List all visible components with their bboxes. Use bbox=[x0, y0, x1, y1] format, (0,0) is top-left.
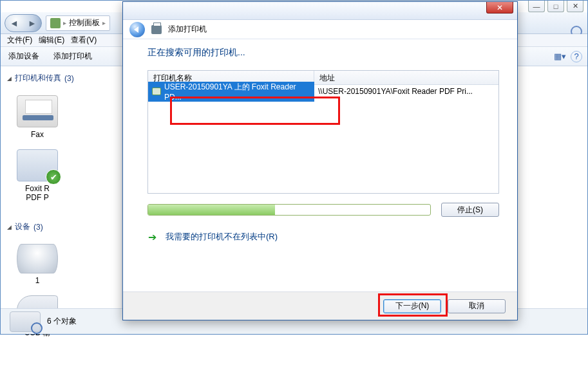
category-printers[interactable]: ◢ 打印机和传真 (3) bbox=[7, 73, 115, 84]
device-fax[interactable]: Fax bbox=[8, 95, 66, 139]
printer-icon bbox=[10, 311, 41, 332]
chevron-right-icon: ▸ bbox=[102, 19, 106, 26]
collapse-icon: ◢ bbox=[7, 224, 12, 230]
close-button[interactable]: ✕ bbox=[567, 1, 583, 12]
cancel-button[interactable]: 取消 bbox=[448, 299, 506, 313]
dialog-body: 正在搜索可用的打印机... 打印机名称 地址 USER-20150901YA 上… bbox=[123, 39, 517, 291]
status-text: 6 个对象 bbox=[47, 316, 77, 327]
next-button[interactable]: 下一步(N) bbox=[383, 299, 441, 313]
breadcrumb-item[interactable]: 控制面板 bbox=[69, 17, 100, 28]
category-count: (3) bbox=[33, 223, 43, 232]
progress-bar bbox=[147, 204, 431, 216]
dialog-close-button[interactable]: ✕ bbox=[486, 2, 513, 14]
column-address[interactable]: 地址 bbox=[314, 71, 498, 84]
menu-file[interactable]: 文件(F) bbox=[7, 35, 32, 46]
printer-default-icon bbox=[17, 149, 58, 181]
not-listed-label: 我需要的打印机不在列表中(R) bbox=[166, 231, 278, 243]
category-label: 打印机和传真 bbox=[15, 73, 61, 84]
nav-back-forward[interactable]: ◄ ► bbox=[5, 14, 42, 32]
forward-icon: ► bbox=[23, 15, 41, 32]
dialog-titlebar: ✕ bbox=[123, 2, 517, 20]
printer-list[interactable]: 打印机名称 地址 USER-20150901YA 上的 Foxit Reader… bbox=[147, 70, 499, 194]
stop-button[interactable]: 停止(S) bbox=[441, 203, 499, 217]
breadcrumb[interactable]: ▸ 控制面板 ▸ bbox=[46, 15, 110, 31]
device-disk[interactable]: 1 bbox=[8, 244, 66, 285]
maximize-button[interactable]: □ bbox=[547, 1, 564, 12]
control-panel-icon bbox=[50, 18, 61, 28]
menu-view[interactable]: 查看(V) bbox=[71, 35, 97, 46]
chevron-right-icon: ▸ bbox=[63, 19, 66, 26]
device-label: 1 bbox=[8, 276, 66, 285]
progress-row: 停止(S) bbox=[147, 203, 499, 217]
cmd-add-device[interactable]: 添加设备 bbox=[8, 51, 39, 62]
fax-icon bbox=[17, 95, 58, 127]
arrow-right-icon: ➔ bbox=[147, 232, 156, 241]
category-devices[interactable]: ◢ 设备 (3) bbox=[7, 221, 115, 232]
dialog-footer: 下一步(N) 取消 bbox=[123, 291, 517, 320]
back-button[interactable] bbox=[129, 22, 145, 37]
back-icon: ◄ bbox=[5, 15, 23, 32]
printer-icon bbox=[151, 25, 162, 34]
collapse-icon: ◢ bbox=[7, 75, 12, 82]
dialog-title: 添加打印机 bbox=[168, 24, 207, 35]
device-label: PDF P bbox=[8, 193, 66, 202]
device-label: Fax bbox=[8, 130, 66, 139]
dialog-header: 添加打印机 bbox=[123, 20, 517, 39]
printer-name: USER-20150901YA 上的 Foxit Reader PD... bbox=[164, 82, 310, 102]
minimize-button[interactable]: — bbox=[528, 1, 545, 12]
cmd-add-printer[interactable]: 添加打印机 bbox=[53, 51, 92, 62]
network-printer-icon bbox=[152, 88, 161, 95]
printer-row[interactable]: USER-20150901YA 上的 Foxit Reader PD... \\… bbox=[148, 85, 498, 98]
category-count: (3) bbox=[64, 74, 74, 83]
searching-label: 正在搜索可用的打印机... bbox=[147, 47, 499, 59]
window-controls: — □ ✕ bbox=[528, 1, 583, 12]
help-icon[interactable]: ? bbox=[571, 51, 582, 62]
view-mode-icon[interactable]: ▦▾ bbox=[553, 50, 567, 63]
device-foxit-pdf[interactable]: Foxit R PDF P bbox=[8, 149, 66, 202]
printer-not-listed-link[interactable]: ➔ 我需要的打印机不在列表中(R) bbox=[147, 231, 499, 243]
add-printer-dialog: ✕ 添加打印机 正在搜索可用的打印机... 打印机名称 地址 USER-2015… bbox=[122, 1, 518, 320]
menu-edit[interactable]: 编辑(E) bbox=[39, 35, 64, 46]
category-label: 设备 bbox=[15, 221, 30, 232]
disk-icon bbox=[17, 244, 58, 273]
device-label: Foxit R bbox=[8, 184, 66, 193]
device-pane: ◢ 打印机和传真 (3) Fax Foxit R PDF P ◢ 设备 (3) bbox=[1, 66, 122, 317]
printer-address: \\USER-20150901YA\Foxit Reader PDF Pri..… bbox=[314, 87, 498, 96]
